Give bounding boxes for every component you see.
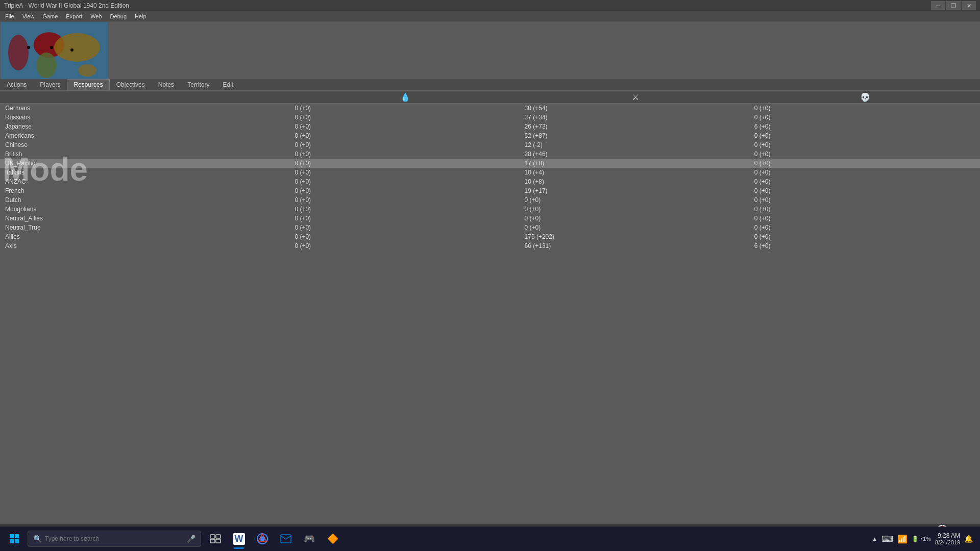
tab-players[interactable]: Players xyxy=(33,79,67,90)
taskbar-app-email[interactable] xyxy=(275,528,297,550)
resource-col2-cell: 26 (+73) xyxy=(521,122,750,131)
tab-edit[interactable]: Edit xyxy=(216,79,240,90)
resource-col2-cell: 0 (+0) xyxy=(521,223,750,232)
microphone-icon[interactable]: 🎤 xyxy=(187,535,195,543)
search-input[interactable] xyxy=(45,535,184,542)
svg-rect-21 xyxy=(216,535,220,538)
table-row[interactable]: Neutral_True0 (+0)0 (+0)0 (+0) xyxy=(0,223,980,232)
table-row[interactable]: Americans0 (+0)52 (+87)0 (+0) xyxy=(0,131,980,140)
network-tray-icon[interactable]: 📶 xyxy=(897,534,908,544)
resource-col1-cell: 0 (+0) xyxy=(290,232,520,241)
svg-point-6 xyxy=(50,46,53,49)
resource-col3-cell: 0 (+0) xyxy=(750,140,980,149)
player-name-cell: Italians xyxy=(0,168,290,177)
resource-col2-cell: 19 (+17) xyxy=(521,186,750,195)
notification-icon[interactable]: 🔔 xyxy=(964,535,973,543)
table-row[interactable]: French0 (+0)19 (+17)0 (+0) xyxy=(0,186,980,195)
player-name-cell: Neutral_True xyxy=(0,223,290,232)
col2-header: ⚔ xyxy=(521,91,750,104)
table-row[interactable]: Neutral_Allies0 (+0)0 (+0)0 (+0) xyxy=(0,214,980,223)
resource-col2-cell: 28 (+46) xyxy=(521,149,750,159)
resource-col3-cell: 0 (+0) xyxy=(750,214,980,223)
clock-date: 8/24/2019 xyxy=(935,539,960,545)
resource-col3-cell: 0 (+0) xyxy=(750,195,980,205)
resource-col2-cell: 30 (+54) xyxy=(521,104,750,113)
resource-col1-cell: 0 (+0) xyxy=(290,159,520,168)
resource-col3-cell: 0 (+0) xyxy=(750,131,980,140)
player-name-cell: Americans xyxy=(0,131,290,140)
battery-percent: 71% xyxy=(920,536,931,542)
tab-notes[interactable]: Notes xyxy=(152,79,181,90)
resource-col3-cell: 0 (+0) xyxy=(750,223,980,232)
table-row[interactable]: Germans0 (+0)30 (+54)0 (+0) xyxy=(0,104,980,113)
restore-button[interactable]: ❐ xyxy=(946,1,961,10)
resource-col2-cell: 52 (+87) xyxy=(521,131,750,140)
taskbar-app-extra[interactable]: 🔶 xyxy=(322,528,344,550)
minimize-button[interactable]: ─ xyxy=(931,1,945,10)
windows-icon xyxy=(9,534,19,544)
menu-item-help[interactable]: Help xyxy=(132,12,150,20)
resource-col1-cell: 0 (+0) xyxy=(290,205,520,214)
resource-col1-cell: 0 (+0) xyxy=(290,131,520,140)
svg-point-5 xyxy=(78,64,96,77)
tab-territory[interactable]: Territory xyxy=(181,79,216,90)
menu-item-file[interactable]: File xyxy=(2,12,17,20)
resources-area[interactable]: 💧 ⚔ 💀 Germans0 (+0)30 (+54)0 (+0)Russian… xyxy=(0,91,980,520)
taskbar-app-word[interactable]: W xyxy=(228,528,250,550)
menu-item-export[interactable]: Export xyxy=(63,12,85,20)
window-title: TripleA - World War II Global 1940 2nd E… xyxy=(4,2,129,9)
table-row[interactable]: Japanese0 (+0)26 (+73)6 (+0) xyxy=(0,122,980,131)
email-icon xyxy=(280,534,291,543)
table-row[interactable]: Russians0 (+0)37 (+34)0 (+0) xyxy=(0,113,980,122)
table-row[interactable]: Mongolians0 (+0)0 (+0)0 (+0) xyxy=(0,205,980,214)
title-bar: TripleA - World War II Global 1940 2nd E… xyxy=(0,0,980,11)
resource-col1-cell: 0 (+0) xyxy=(290,122,520,131)
map-thumbnail xyxy=(0,21,108,88)
menu-item-web[interactable]: Web xyxy=(87,12,105,20)
player-name-cell: UK_Pacific xyxy=(0,159,290,168)
table-body: Germans0 (+0)30 (+54)0 (+0)Russians0 (+0… xyxy=(0,104,980,251)
svg-rect-16 xyxy=(10,534,14,538)
close-button[interactable]: ✕ xyxy=(962,1,976,10)
name-column-header xyxy=(0,91,290,104)
table-row[interactable]: British0 (+0)28 (+46)0 (+0) xyxy=(0,149,980,159)
resource-col2-cell: 0 (+0) xyxy=(521,205,750,214)
table-row[interactable]: Allies0 (+0)175 (+202)0 (+0) xyxy=(0,232,980,241)
svg-rect-20 xyxy=(210,535,215,538)
battery-indicator[interactable]: 🔋 71% xyxy=(912,536,931,542)
table-row[interactable]: ANZAC0 (+0)10 (+8)0 (+0) xyxy=(0,177,980,186)
taskbar-app-game[interactable]: 🎮 xyxy=(298,528,321,550)
taskbar-app-chrome[interactable] xyxy=(251,528,274,550)
search-bar[interactable]: 🔍 🎤 xyxy=(28,531,201,547)
keyboard-tray-icon[interactable]: ⌨ xyxy=(881,534,893,544)
resource-col1-cell: 0 (+0) xyxy=(290,140,520,149)
table-row[interactable]: Axis0 (+0)66 (+131)6 (+0) xyxy=(0,241,980,251)
resource-col3-cell: 0 (+0) xyxy=(750,113,980,122)
taskbar: 🔍 🎤 W 🎮 🔶 ▲ ⌨ 📶 xyxy=(0,527,980,551)
task-view-button[interactable] xyxy=(204,528,227,550)
player-name-cell: French xyxy=(0,186,290,195)
clock-time: 9:28 AM xyxy=(935,532,960,539)
resource-col2-cell: 66 (+131) xyxy=(521,241,750,251)
resource-col1-cell: 0 (+0) xyxy=(290,113,520,122)
tab-actions[interactable]: Actions xyxy=(0,79,33,90)
start-button[interactable] xyxy=(2,527,27,551)
resource-col1-cell: 0 (+0) xyxy=(290,195,520,205)
tab-resources[interactable]: Resources xyxy=(67,79,109,90)
player-name-cell: Neutral_Allies xyxy=(0,214,290,223)
menu-item-game[interactable]: Game xyxy=(39,12,61,20)
svg-rect-22 xyxy=(210,539,215,543)
clock[interactable]: 9:28 AM 8/24/2019 xyxy=(935,532,960,545)
table-row[interactable]: Chinese0 (+0)12 (-2)0 (+0) xyxy=(0,140,980,149)
menu-item-debug[interactable]: Debug xyxy=(107,12,130,20)
player-name-cell: Russians xyxy=(0,113,290,122)
svg-rect-23 xyxy=(216,539,220,543)
menu-item-view[interactable]: View xyxy=(19,12,38,20)
resource-col3-cell: 0 (+0) xyxy=(750,232,980,241)
table-row[interactable]: UK_Pacific0 (+0)17 (+8)0 (+0) xyxy=(0,159,980,168)
resource-col3-cell: 0 (+0) xyxy=(750,149,980,159)
tab-objectives[interactable]: Objectives xyxy=(110,79,152,90)
table-row[interactable]: Dutch0 (+0)0 (+0)0 (+0) xyxy=(0,195,980,205)
chevron-up-icon[interactable]: ▲ xyxy=(872,536,877,542)
table-row[interactable]: Italians0 (+0)10 (+4)0 (+0) xyxy=(0,168,980,177)
